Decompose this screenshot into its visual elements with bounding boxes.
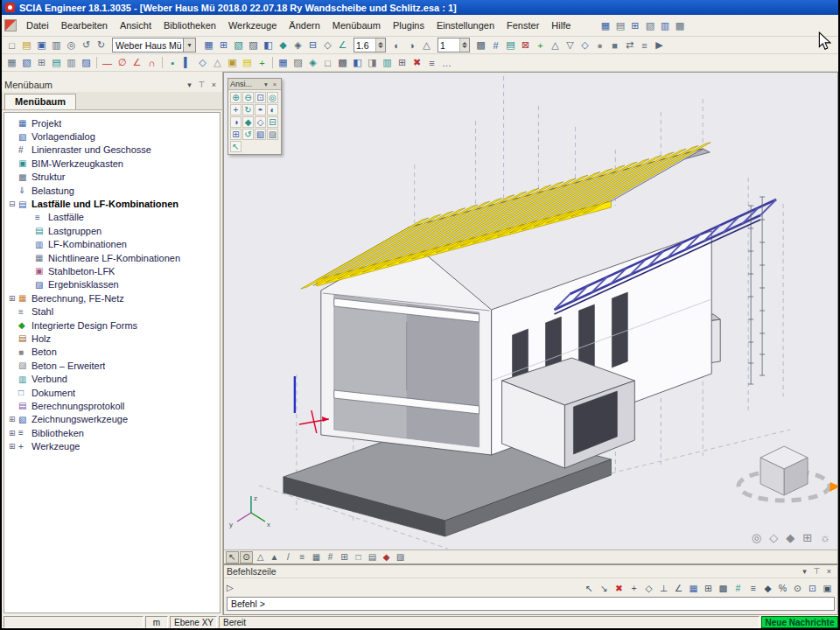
perspective-icon[interactable]: ◇: [255, 116, 266, 128]
dense-snap-icon[interactable]: ▩: [716, 581, 731, 594]
percent-icon[interactable]: %: [775, 581, 790, 594]
menu-item[interactable]: Werkzeuge: [222, 18, 283, 33]
cross-icon[interactable]: ✖: [410, 56, 424, 70]
menu-item[interactable]: Einstellungen: [430, 18, 500, 33]
tree-expander-icon[interactable]: ⊟: [9, 200, 18, 208]
box-icon[interactable]: □: [320, 56, 335, 70]
gem-icon[interactable]: ◈: [305, 56, 320, 70]
tree-expander-icon[interactable]: ⊞: [9, 442, 18, 451]
triangle-icon[interactable]: △: [419, 38, 434, 52]
tree-expander-icon[interactable]: ⊞: [9, 294, 18, 303]
tree-item[interactable]: ▨ Ergebnisklassen: [4, 278, 220, 291]
hash-grid-icon[interactable]: #: [488, 38, 503, 52]
tree-item[interactable]: # Linienraster und Geschosse: [4, 144, 220, 157]
menu-item[interactable]: Menübaum: [326, 18, 387, 33]
cube-corner-icon[interactable]: ◇: [769, 531, 778, 544]
mesh-icon[interactable]: ▩: [473, 38, 488, 52]
clip-box-icon[interactable]: ⊟: [267, 116, 278, 128]
panel-pin-icon[interactable]: ⊤: [196, 79, 207, 90]
menu-item[interactable]: Hilfe: [545, 18, 577, 33]
command-input[interactable]: [227, 597, 835, 611]
wireframe-icon[interactable]: ▨: [246, 38, 261, 52]
render-icon[interactable]: ▧: [231, 38, 246, 52]
zoom-corner-icon[interactable]: ◎: [752, 531, 761, 544]
midpoint-icon[interactable]: ◇: [641, 581, 656, 594]
up-icon[interactable]: △: [548, 38, 563, 52]
node-icon[interactable]: ◇: [578, 38, 592, 52]
cursor-select-icon[interactable]: ↖: [226, 551, 239, 564]
tree-expander-icon[interactable]: ⊞: [9, 415, 18, 424]
red-diamond-icon[interactable]: ◆: [380, 551, 393, 564]
settings-icon[interactable]: ☼: [820, 531, 830, 544]
scale-input[interactable]: [354, 38, 375, 52]
tree-item[interactable]: ⊞ + Werkzeuge: [4, 439, 220, 452]
scale-stepper[interactable]: [354, 38, 386, 52]
open-icon[interactable]: ▤: [19, 38, 34, 52]
add-icon[interactable]: +: [533, 38, 548, 52]
half2-icon[interactable]: ◨: [365, 56, 380, 70]
tree-item[interactable]: ▤ Berechnungsprotokoll: [4, 399, 220, 412]
win-split-icon[interactable]: ▧: [642, 18, 657, 32]
combo-dropdown-icon[interactable]: ▾: [183, 38, 195, 52]
hatch3-icon[interactable]: ▨: [394, 551, 407, 564]
solid-icon[interactable]: ■: [607, 38, 622, 52]
redraw-icon[interactable]: ↺: [242, 129, 254, 140]
down-icon[interactable]: ▽: [563, 38, 578, 52]
menu-item[interactable]: Bearbeiten: [55, 18, 114, 33]
status-plane[interactable]: Ebene XY: [170, 616, 217, 628]
menu-item[interactable]: Ändern: [283, 18, 326, 33]
command-close-icon[interactable]: ×: [823, 566, 835, 578]
zoom-out-icon[interactable]: ⊖: [242, 92, 254, 103]
plate-icon[interactable]: ▣: [225, 56, 240, 70]
redo-icon[interactable]: ↻: [94, 38, 108, 52]
shading-icon[interactable]: ◧: [261, 38, 276, 52]
plus-snap-icon[interactable]: ⊞: [701, 581, 716, 594]
tree-item[interactable]: ⇓ Belastung: [4, 184, 220, 197]
dense-icon[interactable]: ▩: [335, 56, 350, 70]
zoom-all-icon[interactable]: ◎: [267, 92, 278, 103]
lines-snap-icon[interactable]: ≡: [746, 581, 760, 594]
grid-snap-icon[interactable]: ▦: [686, 581, 701, 594]
new-icon[interactable]: □: [4, 38, 19, 52]
tree-item[interactable]: ≡ Stahl: [4, 304, 220, 318]
views-corner-icon[interactable]: ⊞: [802, 531, 812, 544]
zoom-window-icon[interactable]: ⊡: [255, 92, 266, 103]
tree-item[interactable]: ■ Beton: [4, 346, 220, 359]
tree-item[interactable]: ⊞ ▧ Zeichnungswerkzeuge: [4, 413, 220, 426]
tree-item[interactable]: ⊟ ▤ Lastfälle und LF-Kombinationen: [4, 197, 220, 210]
delete-snap-icon[interactable]: ✖: [612, 581, 626, 594]
perp-icon[interactable]: ⊥: [656, 581, 671, 594]
volumes-icon[interactable]: ◆: [276, 38, 290, 52]
swap-icon[interactable]: ⇄: [622, 38, 637, 52]
palette-header[interactable]: Ansi... ▾ ×: [228, 79, 281, 90]
circle-slash-icon[interactable]: ∅: [115, 56, 130, 70]
half-icon[interactable]: ◧: [350, 56, 365, 70]
circle-snap-icon[interactable]: ⊙: [790, 581, 805, 594]
hatch-icon[interactable]: ▧: [19, 56, 34, 70]
list-icon[interactable]: ≡: [637, 38, 652, 52]
tree-item[interactable]: ▧ Vorlagendialog: [4, 130, 220, 143]
tree-item[interactable]: ▤ Holz: [4, 332, 220, 345]
iso-view-icon[interactable]: ◆: [242, 116, 254, 128]
wire-icon[interactable]: ▨: [267, 129, 278, 140]
pan-icon[interactable]: +: [230, 104, 242, 116]
mesh2-icon[interactable]: ▦: [276, 56, 290, 70]
page-stepper[interactable]: [438, 38, 470, 52]
menu-item[interactable]: Bibliotheken: [158, 18, 222, 33]
tree-item[interactable]: ▥ Verbund: [4, 372, 220, 385]
light-icon[interactable]: ◐: [389, 38, 404, 52]
hash-snap-icon[interactable]: #: [731, 581, 746, 594]
menu-item[interactable]: Ansicht: [114, 18, 158, 33]
layers2-icon[interactable]: ≡: [296, 551, 309, 564]
tree-item[interactable]: ▤ Lastgruppen: [4, 224, 220, 237]
rows-icon[interactable]: ▤: [49, 56, 64, 70]
diag-icon[interactable]: ▨: [79, 56, 94, 70]
shade-icon[interactable]: ▧: [255, 129, 266, 140]
tree-item[interactable]: ▥ LF-Kombinationen: [4, 238, 220, 251]
tree-item[interactable]: ⊞ ≡ Bibliotheken: [4, 426, 220, 439]
diamond-snap-icon[interactable]: ◆: [760, 581, 775, 594]
palette-close-icon[interactable]: ×: [270, 80, 279, 88]
ucs-icon[interactable]: ∠: [335, 38, 350, 52]
menu-item[interactable]: Fenster: [500, 18, 545, 33]
list2-icon[interactable]: ≡: [424, 56, 439, 70]
